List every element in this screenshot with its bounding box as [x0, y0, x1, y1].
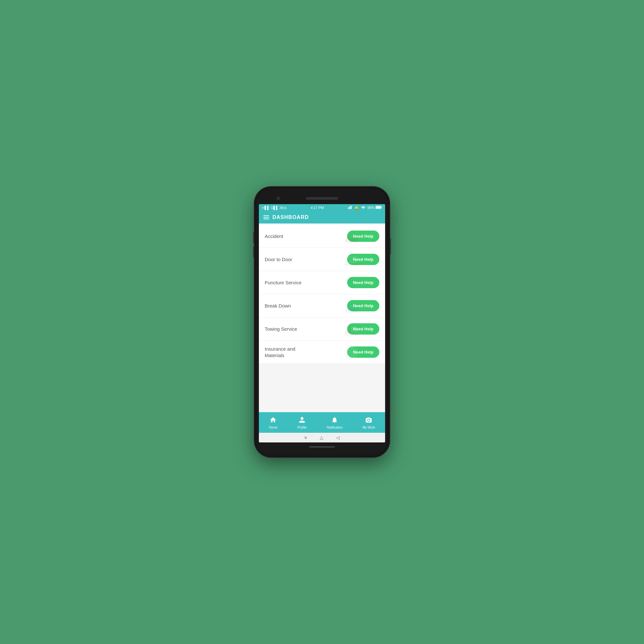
- app-title: DASHBOARD: [272, 214, 309, 220]
- home-nav-label: Home: [269, 426, 278, 429]
- nav-item-profile[interactable]: Profile: [298, 416, 307, 429]
- service-item-towing-service: 🚛 Towing Service Need Help: [259, 317, 385, 341]
- front-camera: [277, 197, 280, 200]
- puncture-service-label: Puncture Service: [265, 279, 301, 286]
- notification-nav-label: Notification: [327, 426, 342, 429]
- network-signal: H▌▌ G▌▌ 3K/s: [262, 206, 287, 210]
- android-menu-button[interactable]: ≡: [304, 435, 307, 440]
- service-item-puncture-service: 🔧 Puncture Service Need Help: [259, 271, 385, 294]
- my-work-nav-label: My Work: [363, 426, 375, 429]
- speaker: [306, 197, 338, 200]
- towing-bg-icon: 🚛: [344, 322, 359, 336]
- bottom-bezel: [259, 442, 385, 451]
- svg-rect-0: [348, 207, 349, 209]
- volume-down-button: [253, 246, 254, 258]
- nav-item-my-work[interactable]: My Work: [363, 416, 375, 429]
- service-item-break-down: 🚙 Break Down Need Help: [259, 294, 385, 317]
- svg-rect-7: [376, 206, 381, 208]
- breakdown-bg-icon: 🚙: [344, 299, 359, 313]
- door-to-door-bg-icon: 🚐: [344, 252, 359, 267]
- insurance-bg-icon: 📄: [344, 345, 359, 359]
- my-work-icon: [365, 416, 372, 425]
- profile-nav-label: Profile: [298, 426, 307, 429]
- profile-icon: [298, 416, 306, 425]
- nav-item-home[interactable]: Home: [269, 416, 278, 429]
- service-list: 🚗 Accident Need Help 🚐 Door to Door Need…: [259, 223, 385, 365]
- accident-bg-icon: 🚗: [344, 229, 359, 243]
- towing-service-label: Towing Service: [265, 326, 297, 332]
- android-back-button[interactable]: ◁: [336, 435, 340, 440]
- status-bar: H▌▌ G▌▌ 3K/s 4:17 PM 🔔: [259, 204, 385, 211]
- android-nav-bar: ≡ △ ◁: [259, 433, 385, 442]
- insurance-materials-label: Insurance and Materials: [265, 346, 316, 358]
- hamburger-line-1: [263, 215, 269, 216]
- break-down-label: Break Down: [265, 303, 291, 309]
- status-time: 4:17 PM: [311, 206, 324, 210]
- status-icons: 🔔 99%: [348, 206, 382, 210]
- hamburger-line-2: [263, 217, 269, 218]
- svg-point-4: [363, 208, 364, 209]
- home-bar: [309, 446, 335, 448]
- phone-device: H▌▌ G▌▌ 3K/s 4:17 PM 🔔: [254, 187, 390, 457]
- top-bezel: [259, 193, 385, 204]
- status-right: 🔔 99%: [348, 206, 382, 210]
- service-item-insurance-materials: 📄 Insurance and Materials Need Help: [259, 341, 385, 364]
- puncture-bg-icon: 🔧: [344, 276, 359, 290]
- service-item-accident: 🚗 Accident Need Help: [259, 225, 385, 248]
- home-icon: [270, 416, 277, 425]
- svg-rect-6: [381, 207, 382, 208]
- service-item-door-to-door: 🚐 Door to Door Need Help: [259, 248, 385, 271]
- power-button: [390, 238, 391, 254]
- status-left: H▌▌ G▌▌ 3K/s: [262, 206, 287, 210]
- hamburger-line-3: [263, 219, 269, 219]
- volume-up-button: [253, 232, 254, 243]
- nav-item-notification[interactable]: Notification: [327, 416, 342, 429]
- door-to-door-label: Door to Door: [265, 256, 292, 263]
- svg-rect-2: [350, 206, 351, 209]
- app-header: DASHBOARD: [259, 211, 385, 223]
- bottom-nav: Home Profile Notification: [259, 412, 385, 433]
- phone-screen: H▌▌ G▌▌ 3K/s 4:17 PM 🔔: [259, 204, 385, 442]
- accident-label: Accident: [265, 233, 283, 240]
- android-home-button[interactable]: △: [320, 435, 323, 440]
- notification-icon: [331, 416, 338, 425]
- main-content: 🚗 Accident Need Help 🚐 Door to Door Need…: [259, 223, 385, 412]
- svg-rect-3: [351, 206, 352, 209]
- menu-button[interactable]: [263, 215, 269, 219]
- svg-rect-1: [349, 207, 350, 209]
